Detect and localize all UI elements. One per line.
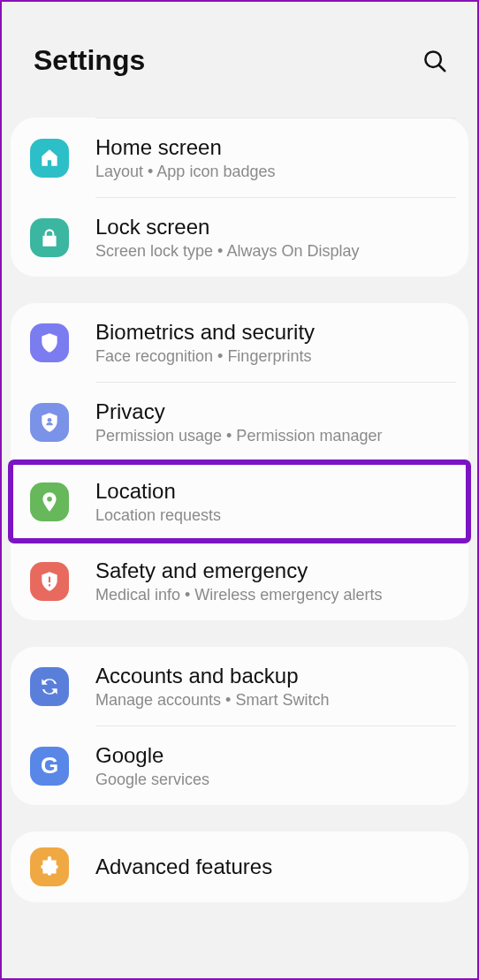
item-title: Home screen — [95, 134, 452, 161]
item-text: Advanced features — [95, 854, 452, 880]
item-text: GoogleGoogle services — [95, 742, 452, 789]
item-subtitle: Manage accounts • Smart Switch — [95, 691, 452, 710]
item-title: Accounts and backup — [95, 663, 452, 689]
item-subtitle: Medical info • Wireless emergency alerts — [95, 586, 452, 604]
item-subtitle: Screen lock type • Always On Display — [95, 242, 452, 261]
settings-group: Home screenLayout • App icon badgesLock … — [11, 118, 468, 277]
settings-item-lock-screen[interactable]: Lock screenScreen lock type • Always On … — [11, 198, 468, 277]
sync-icon — [38, 675, 61, 698]
item-subtitle: Google services — [95, 771, 452, 789]
item-subtitle: Face recognition • Fingerprints — [95, 347, 452, 366]
settings-header: Settings — [2, 2, 477, 102]
settings-item-advanced[interactable]: Advanced features — [11, 832, 468, 902]
settings-item-location[interactable]: LocationLocation requests — [11, 462, 468, 541]
settings-group: Accounts and backupManage accounts • Sma… — [11, 647, 468, 805]
settings-item-accounts[interactable]: Accounts and backupManage accounts • Sma… — [11, 647, 468, 726]
pin-icon — [38, 490, 61, 513]
item-text: PrivacyPermission usage • Permission man… — [95, 399, 452, 445]
item-subtitle: Location requests — [95, 506, 452, 525]
puzzle-icon — [38, 855, 61, 878]
settings-item-biometrics[interactable]: Biometrics and securityFace recognition … — [11, 303, 468, 382]
shield-alert-icon-container — [30, 562, 69, 601]
lock-icon-container — [30, 218, 69, 257]
item-text: LocationLocation requests — [95, 478, 452, 525]
item-text: Accounts and backupManage accounts • Sma… — [95, 663, 452, 710]
puzzle-icon-container — [30, 847, 69, 886]
item-title: Location — [95, 478, 452, 505]
item-text: Home screenLayout • App icon badges — [95, 134, 452, 181]
page-title: Settings — [34, 44, 145, 77]
search-button[interactable] — [421, 47, 449, 75]
item-text: Biometrics and securityFace recognition … — [95, 319, 452, 366]
item-subtitle: Layout • App icon badges — [95, 163, 452, 181]
item-subtitle: Permission usage • Permission manager — [95, 427, 452, 445]
sync-icon-container — [30, 667, 69, 706]
item-text: Lock screenScreen lock type • Always On … — [95, 214, 452, 261]
svg-point-3 — [47, 496, 52, 501]
shield-person-icon-container — [30, 403, 69, 442]
settings-group: Biometrics and securityFace recognition … — [11, 303, 468, 620]
shield-icon-container — [30, 323, 69, 362]
settings-item-google[interactable]: GGoogleGoogle services — [11, 726, 468, 805]
item-title: Advanced features — [95, 854, 452, 880]
svg-point-2 — [48, 417, 52, 422]
item-title: Biometrics and security — [95, 319, 452, 346]
svg-line-1 — [439, 65, 445, 71]
search-icon — [422, 48, 448, 74]
google-icon-container: G — [30, 747, 69, 786]
item-text: Safety and emergencyMedical info • Wirel… — [95, 558, 452, 604]
shield-person-icon — [38, 411, 61, 434]
home-icon-container — [30, 139, 69, 178]
settings-item-safety[interactable]: Safety and emergencyMedical info • Wirel… — [11, 542, 468, 620]
lock-icon — [38, 226, 61, 249]
pin-icon-container — [30, 482, 69, 521]
settings-item-home-screen[interactable]: Home screenLayout • App icon badges — [11, 118, 468, 197]
shield-icon — [38, 331, 61, 354]
item-title: Safety and emergency — [95, 558, 452, 584]
item-title: Google — [95, 742, 452, 769]
home-icon — [38, 147, 61, 170]
settings-group: Advanced features — [11, 832, 468, 902]
shield-alert-icon — [38, 570, 61, 593]
settings-item-privacy[interactable]: PrivacyPermission usage • Permission man… — [11, 383, 468, 461]
svg-rect-4 — [49, 576, 50, 582]
google-icon: G — [41, 752, 58, 779]
item-title: Privacy — [95, 399, 452, 425]
item-title: Lock screen — [95, 214, 452, 240]
svg-rect-5 — [49, 584, 50, 586]
